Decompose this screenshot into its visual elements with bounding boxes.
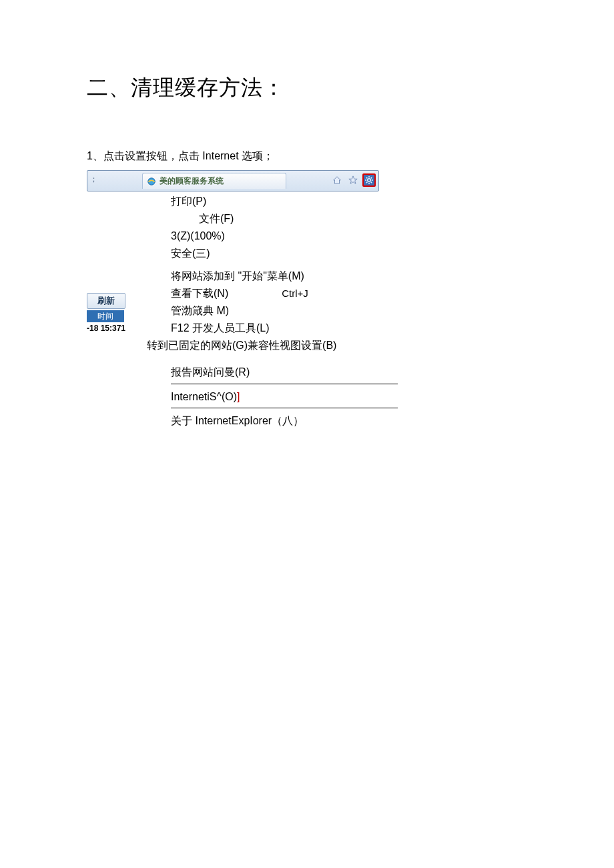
svg-line-6 [366,177,368,179]
menu-item-manage-addons[interactable]: 管渤箴典 M) [147,302,398,320]
menu-separator [171,384,398,384]
menu-item-view-downloads[interactable]: 查看下载(N) Ctrl+J [147,285,398,302]
menu-item-zoom[interactable]: 3(Z)(100%) [147,228,398,245]
home-icon[interactable] [330,173,344,187]
menu-label: 查看下载(N) [171,285,228,302]
section-heading: 二、清理缓存方法： [87,73,527,103]
menu-label-prefix: InternetiS^(O) [171,391,237,402]
left-badge-column: 刷新 时间 -18 15:371 [87,193,140,333]
menu-item-pinned-sites-compat[interactable]: 转到已固定的网站(G)兼容性视图设置(B) [147,337,398,354]
svg-line-7 [371,182,372,183]
toolbar-left-fragment: ； [90,174,97,184]
menu-item-print[interactable]: 打印(P) [147,193,398,210]
menu-item-f12-devtools[interactable]: F12 开发人员工具(L) [147,320,398,337]
menu-item-add-to-start[interactable]: 将网站添加到 "开始"菜单(M) [147,268,398,285]
menu-area: 刷新 时间 -18 15:371 打印(P) 文件(F) 3(Z)(100%) … [87,193,527,430]
menu-separator [171,408,398,408]
menu-label: 文件(F) [199,210,234,228]
tools-menu: 打印(P) 文件(F) 3(Z)(100%) 安全(三) 将网站添加到 "开始"… [147,193,398,430]
browser-tab[interactable]: 美的顾客服务系统 [142,173,286,189]
menu-label: 打印(P) [171,193,206,210]
menu-label: 转到已固定的网站(G)兼容性视图设置(B) [147,337,336,354]
menu-item-safety[interactable]: 安全(三) [147,245,398,262]
refresh-button[interactable]: 刷新 [87,293,125,309]
svg-point-1 [368,179,371,182]
browser-toolbar: ； 美的顾客服务系统 [87,170,379,191]
menu-shortcut: Ctrl+J [282,286,308,302]
menu-label: F12 开发人员工具(L) [171,320,270,337]
gear-icon[interactable] [362,173,376,187]
menu-label: InternetiS^(O)] [171,388,240,407]
menu-label: 报告网站问曼(R) [171,364,250,382]
menu-item-file[interactable]: 文件(F) [147,210,398,228]
toolbar-icon-group [330,173,376,187]
timestamp-text: -18 15:371 [87,324,140,333]
svg-line-8 [366,182,368,183]
document-page: 二、清理缓存方法： 1、点击设置按钮，点击 Internet 选项； ； 美的顾… [0,0,614,868]
menu-item-report-website[interactable]: 报告网站问曼(R) [147,364,398,382]
menu-label: 3(Z)(100%) [171,228,225,245]
time-header: 时间 [87,310,124,322]
menu-item-internet-options[interactable]: InternetiS^(O)] [147,388,398,407]
menu-item-about-ie[interactable]: 关于 InternetExpIorer（八） [147,412,398,430]
menu-label: 关于 InternetExpIorer（八） [171,412,304,430]
menu-label: 安全(三) [171,245,210,262]
svg-line-9 [371,177,372,179]
menu-label-suffix: ] [237,391,240,402]
step-1-text: 1、点击设置按钮，点击 Internet 选项； [87,149,527,163]
star-icon[interactable] [346,173,360,187]
ie-icon [147,177,156,186]
tab-title: 美的顾客服务系统 [160,175,224,187]
menu-label: 将网站添加到 "开始"菜单(M) [171,268,304,285]
menu-label: 管渤箴典 M) [171,302,229,320]
